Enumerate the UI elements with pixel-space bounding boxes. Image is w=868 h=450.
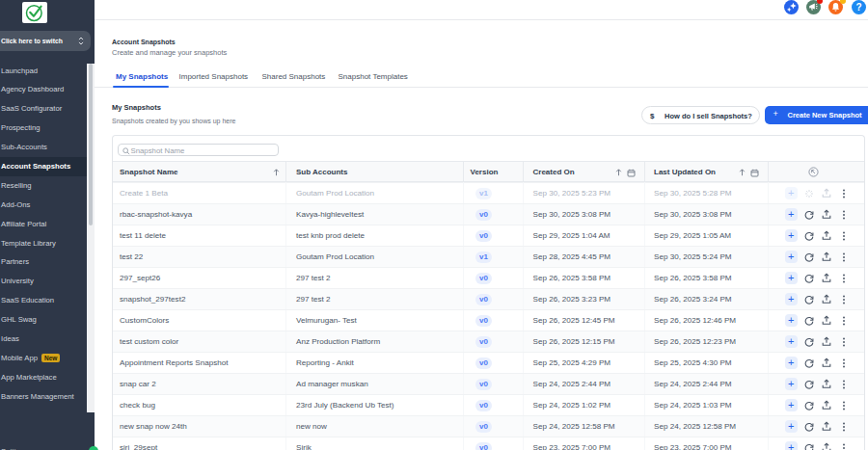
svg-text:?: ? [855, 2, 861, 13]
